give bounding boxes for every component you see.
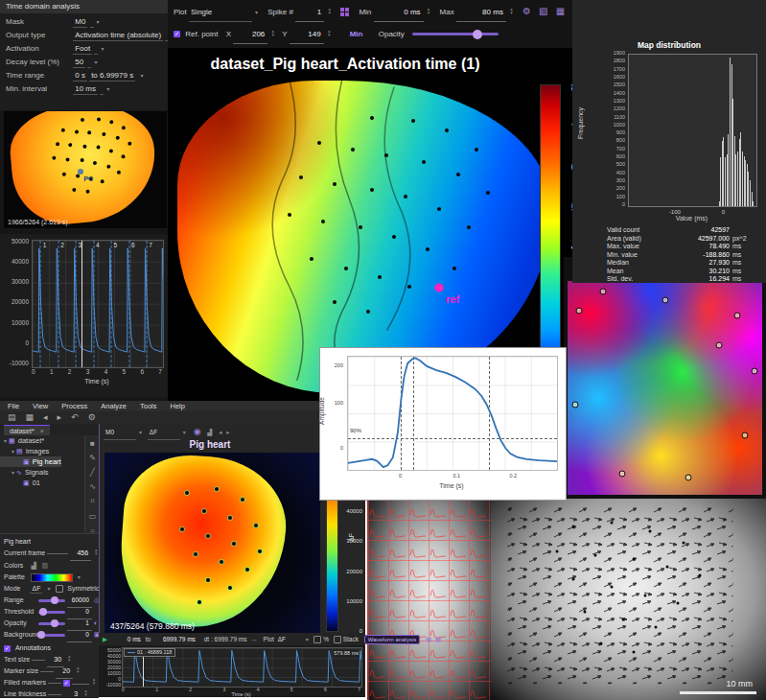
field-value-2[interactable]: [90, 17, 94, 28]
stepper-icon[interactable]: ▴▾: [84, 688, 87, 696]
export-icon[interactable]: ▦: [435, 636, 441, 642]
phase-map-image[interactable]: [568, 281, 762, 495]
field-value[interactable]: Foot: [73, 44, 92, 55]
plot-select[interactable]: Single: [189, 5, 252, 22]
levels-icon[interactable]: ▥: [42, 562, 49, 569]
reference-signal-plot[interactable]: ΔF 50000400003000020000100000-10000 1 2 …: [0, 234, 168, 397]
menu-item[interactable]: Tools: [140, 401, 157, 411]
x-input[interactable]: 206: [233, 27, 267, 44]
toolbar-icon[interactable]: ↶: [71, 411, 79, 424]
tree-item[interactable]: ▾ ▦dataset*: [0, 435, 84, 446]
tree-caret-icon[interactable]: ▾: [12, 449, 14, 455]
play-button[interactable]: ▶: [103, 636, 107, 642]
stepper-icon[interactable]: ▴▾: [328, 7, 331, 14]
p0-marker[interactable]: [78, 169, 83, 175]
plot-area[interactable]: 1 2 3 4 5: [32, 240, 164, 368]
stepper-icon[interactable]: ▴▾: [510, 7, 513, 14]
min-mode-label[interactable]: Min: [350, 30, 363, 38]
menu-item[interactable]: Analyze: [101, 401, 127, 411]
slider-value[interactable]: 0: [67, 629, 92, 642]
menu-item[interactable]: View: [33, 401, 48, 411]
target-icon[interactable]: ◉: [194, 427, 201, 436]
stepper-icon[interactable]: ▴▾: [68, 654, 71, 662]
tool-icon[interactable]: ▭: [89, 512, 97, 521]
vector-field-image[interactable]: 10 mm: [491, 499, 766, 700]
max-input[interactable]: 80 ms: [456, 5, 506, 22]
stepper-icon[interactable]: ▴▾: [272, 29, 275, 36]
tree-caret-icon[interactable]: ▾: [4, 438, 7, 444]
bmap-image[interactable]: 437/5264 (579.880 ms): [104, 453, 320, 635]
field-value-2[interactable]: [87, 58, 91, 68]
field-value[interactable]: M0: [73, 17, 87, 28]
histogram-plot[interactable]: -1000: [628, 54, 757, 207]
ref-point-checkbox[interactable]: ✓: [174, 31, 180, 37]
field-value-2[interactable]: [100, 84, 104, 95]
field-value[interactable]: Activation time (absolute): [73, 31, 163, 41]
tool-icon[interactable]: ⌗: [90, 497, 95, 506]
menu-item[interactable]: File: [8, 401, 19, 411]
spike-input[interactable]: 1: [295, 5, 324, 22]
toolbar-icon[interactable]: ▦: [26, 411, 35, 424]
field-value-2[interactable]: to 6.99979 s: [89, 71, 135, 82]
setting-value[interactable]: 3: [63, 688, 81, 700]
range-icon[interactable]: ↔: [251, 636, 258, 642]
y-input[interactable]: 149: [290, 27, 324, 44]
waveform-analysis-button[interactable]: Waveform analysis: [364, 635, 420, 644]
waveform-grid-image[interactable]: [367, 499, 493, 700]
slider-option-icon[interactable]: ◐: [94, 619, 98, 626]
signal-select[interactable]: ΔF: [148, 427, 180, 440]
setting-value[interactable]: [72, 683, 89, 685]
activation-thumbnail[interactable]: P0 1966/5264 (2.613 s): [4, 111, 167, 228]
toolbar-icon[interactable]: ◂: [43, 411, 48, 424]
menu-item[interactable]: Help: [171, 401, 185, 411]
slider[interactable]: [38, 599, 65, 602]
toolbar-icon[interactable]: ▤: [8, 411, 16, 424]
toolbar-icon[interactable]: ▸: [58, 411, 62, 424]
field-value[interactable]: 0 s: [73, 71, 87, 82]
tree-caret-icon[interactable]: ▾: [12, 470, 14, 476]
field-value-2[interactable]: [94, 44, 98, 55]
setting-checkbox[interactable]: ✓: [63, 680, 70, 687]
tree-item[interactable]: ▣01: [0, 478, 84, 488]
tool-icon[interactable]: ∿: [89, 482, 96, 491]
field-value[interactable]: 10 ms: [73, 84, 98, 95]
tree-item[interactable]: ▾ ∿Signals: [0, 467, 84, 478]
next-icon[interactable]: ▸: [226, 429, 229, 435]
edit-icon[interactable]: ▧: [539, 6, 547, 16]
symmetric-checkbox[interactable]: [56, 585, 63, 593]
prev-icon[interactable]: ◂: [219, 429, 221, 435]
frame-input[interactable]: 456: [70, 548, 91, 561]
slider[interactable]: [38, 634, 65, 637]
tool-icon[interactable]: ╱: [90, 468, 95, 477]
field-value[interactable]: 50: [73, 58, 85, 68]
grid-view-icon[interactable]: [340, 8, 349, 16]
gear-icon[interactable]: ⚙: [522, 6, 531, 16]
time-cursor[interactable]: [81, 241, 82, 367]
stepper-icon[interactable]: ▴▾: [77, 665, 80, 673]
menu-item[interactable]: Process: [61, 401, 87, 411]
amplitude-plot[interactable]: 90% 00.10.2: [347, 356, 558, 471]
min-input[interactable]: 0 ms: [374, 5, 424, 22]
tree-item[interactable]: ▣Pig heart: [0, 456, 61, 467]
close-icon[interactable]: ×: [40, 428, 44, 434]
percent-checkbox[interactable]: [313, 636, 321, 643]
stepper-icon[interactable]: ▴▾: [328, 29, 331, 36]
tool-icon[interactable]: ■: [90, 439, 95, 448]
histogram-icon[interactable]: ▟: [31, 562, 35, 569]
slider[interactable]: [38, 622, 65, 625]
stepper-icon[interactable]: ▴▾: [93, 677, 96, 685]
ref-point-marker[interactable]: [435, 284, 444, 292]
palette-swatch[interactable]: [31, 573, 73, 582]
toolbar-icon[interactable]: ⚙: [88, 411, 96, 424]
opacity-slider[interactable]: [412, 33, 499, 35]
stepper-icon[interactable]: ▴▾: [428, 7, 430, 14]
mode-select[interactable]: ΔF: [30, 585, 42, 594]
annotations-checkbox[interactable]: ✓: [4, 645, 11, 652]
save-icon[interactable]: ▦: [556, 6, 565, 16]
mask-select[interactable]: M0: [104, 427, 136, 440]
stepper-icon[interactable]: ▴▾: [95, 548, 98, 555]
slider[interactable]: [38, 611, 65, 614]
save-icon[interactable]: ▦: [426, 636, 431, 642]
stack-checkbox[interactable]: [334, 636, 341, 643]
tree-item[interactable]: ▾ ▤Images: [0, 446, 84, 456]
